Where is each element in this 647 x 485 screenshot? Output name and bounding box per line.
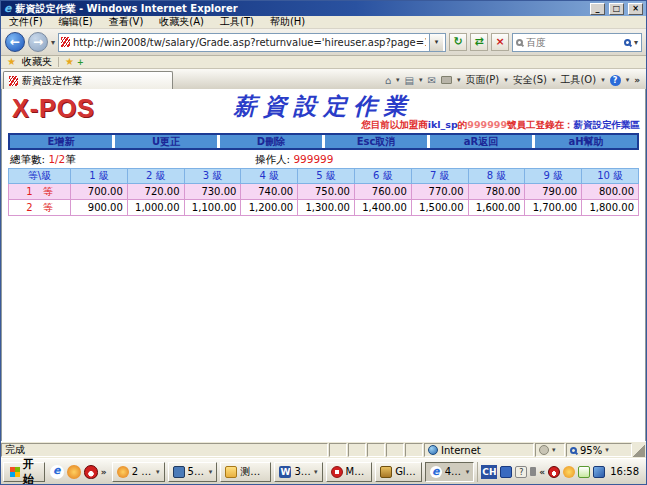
cell: 1,800.00 — [582, 200, 639, 216]
language-indicator[interactable]: CH — [481, 465, 497, 479]
command-overflow-icon[interactable]: » — [634, 75, 640, 85]
menu-view[interactable]: 查看(V) — [109, 15, 144, 29]
tab-label: 薪資設定作業 — [22, 74, 82, 88]
start-button[interactable]: 开始 — [3, 462, 45, 482]
home-icon[interactable]: ⌂ — [385, 75, 391, 86]
zoom-icon — [570, 447, 577, 454]
quicklaunch-ie-icon[interactable]: e — [50, 465, 64, 479]
help-icon[interactable]: ? — [610, 75, 621, 86]
search-dropdown-icon[interactable]: ▾ — [634, 38, 638, 47]
page-title: 薪資設定作業 — [2, 91, 645, 122]
taskbar-button-sina-uc[interactable]: 2 新浪UC ▾ — [112, 462, 165, 482]
search-input[interactable] — [526, 37, 621, 48]
quicklaunch-qq-icon[interactable] — [84, 465, 98, 479]
go-button[interactable]: ⇄ — [470, 33, 488, 51]
resize-grip[interactable] — [633, 443, 645, 457]
add-button[interactable]: E增新 — [10, 135, 112, 148]
menu-tools[interactable]: 工具(T) — [220, 15, 254, 29]
favorites-button[interactable]: 收藏夹 — [22, 55, 52, 69]
address-dropdown-button[interactable]: ▾ — [429, 34, 443, 51]
search-button-icon[interactable] — [624, 39, 631, 46]
ime-pin-icon[interactable] — [530, 467, 536, 476]
row-label[interactable]: 2 等 — [9, 200, 71, 216]
browser-window: e 薪資設定作業 - Windows Internet Explorer _ □… — [0, 0, 647, 485]
quicklaunch-uc-icon[interactable] — [67, 465, 81, 479]
taskbar-button-test-docs[interactable]: 测试文档 — [220, 462, 271, 482]
menu-help[interactable]: 帮助(H) — [270, 15, 305, 29]
cell: 790.00 — [525, 184, 582, 200]
add-favorite-plus-icon: + — [77, 58, 84, 67]
protected-mode-pane[interactable]: ▾ — [535, 443, 565, 457]
tray-antivirus-icon[interactable] — [578, 466, 590, 478]
safety-menu-dropdown-icon: ▾ — [552, 76, 556, 84]
taskbar-button-macromedia[interactable]: Macrom... — [326, 462, 373, 482]
internet-zone-icon — [428, 445, 438, 455]
stop-button[interactable]: × — [491, 33, 509, 51]
zoom-level: 95% — [580, 445, 602, 456]
minimize-button[interactable]: _ — [590, 3, 605, 15]
remote-icon — [173, 466, 185, 478]
row-label[interactable]: 1 等 — [9, 184, 71, 200]
home-dropdown-icon[interactable]: ▾ — [396, 76, 400, 84]
header-grade-level: 等\級 — [9, 169, 71, 184]
forward-button[interactable]: → — [28, 32, 48, 52]
windows-flag-icon — [10, 467, 20, 477]
zoom-pane[interactable]: 95% ▾ — [566, 443, 632, 457]
url-input[interactable] — [73, 37, 426, 48]
menu-favorites[interactable]: 收藏夹(A) — [159, 15, 204, 29]
start-label: 开始 — [23, 457, 38, 485]
tools-menu[interactable]: 工具(O) — [560, 73, 596, 87]
login-mid2: 號員工登錄在： — [507, 119, 574, 130]
feed-icon[interactable]: ▤ — [405, 75, 414, 86]
delete-button[interactable]: D刪除 — [220, 135, 322, 148]
cell: 1,500.00 — [411, 200, 468, 216]
add-favorite-star-icon[interactable]: ★ — [65, 57, 74, 67]
taskbar-button-remote[interactable]: 5 Rem... ▾ — [168, 462, 218, 482]
menu-edit[interactable]: 编辑(E) — [59, 15, 93, 29]
folder-icon — [225, 466, 237, 478]
taskbar-button-word[interactable]: W 3 Mic... ▾ — [274, 462, 322, 482]
return-button[interactable]: aR返回 — [430, 135, 532, 148]
tray-collapse-icon[interactable]: « — [539, 467, 545, 477]
table-row[interactable]: 2 等 900.00 1,000.00 1,100.00 1,200.00 1,… — [9, 200, 639, 216]
tab-bar: 薪資設定作業 ⌂ ▾ ▤ ▾ ✉ ▾ 页面(P) ▾ 安全(S) ▾ 工具(O)… — [1, 69, 646, 89]
global-icon — [380, 466, 392, 478]
back-button[interactable]: ← — [5, 32, 25, 52]
tray-uc-icon[interactable] — [563, 466, 575, 478]
header-level-6: 6 級 — [354, 169, 411, 184]
status-bar: 完成 Internet ▾ 95% ▾ — [1, 441, 646, 458]
group-dropdown-icon: ▾ — [156, 468, 160, 476]
menu-file[interactable]: 文件(F) — [9, 15, 43, 29]
mail-icon[interactable]: ✉ — [428, 75, 436, 86]
feed-dropdown-icon[interactable]: ▾ — [419, 76, 423, 84]
tray-network-icon[interactable] — [593, 466, 605, 478]
help-button[interactable]: aH幫助 — [535, 135, 637, 148]
taskbar-clock[interactable]: 16:58 — [608, 466, 641, 477]
page-menu[interactable]: 页面(P) — [465, 73, 499, 87]
table-header-row: 等\級 1 級 2 級 3 級 4 級 5 級 6 級 7 級 8 級 9 級 … — [9, 169, 639, 184]
ime-icon[interactable] — [500, 466, 512, 478]
status-pane — [329, 443, 347, 457]
franchise-id: ikl_sp — [428, 119, 458, 130]
close-button[interactable]: × — [628, 3, 643, 15]
ime-help-icon[interactable]: ? — [515, 466, 527, 478]
update-button[interactable]: U更正 — [115, 135, 217, 148]
favorites-separator — [58, 57, 59, 67]
salary-grade-table: 等\級 1 級 2 級 3 級 4 級 5 級 6 級 7 級 8 級 9 級 … — [8, 168, 639, 216]
quicklaunch-overflow-icon[interactable]: » — [101, 467, 107, 477]
taskbar-button-ie[interactable]: e 4 Int... ▾ — [425, 462, 475, 482]
header-level-8: 8 級 — [468, 169, 525, 184]
safety-menu[interactable]: 安全(S) — [513, 73, 547, 87]
tray-qq-icon[interactable] — [548, 466, 560, 478]
print-dropdown-icon[interactable]: ▾ — [457, 76, 461, 84]
cell: 1,300.00 — [298, 200, 355, 216]
table-row[interactable]: 1 等 700.00 720.00 730.00 740.00 750.00 7… — [9, 184, 639, 200]
maximize-button[interactable]: □ — [609, 3, 624, 15]
history-dropdown-icon[interactable]: ▾ — [51, 38, 55, 47]
refresh-button[interactable]: ↻ — [449, 33, 467, 51]
tab-salary-settings[interactable]: 薪資設定作業 — [3, 71, 173, 89]
print-icon[interactable] — [441, 76, 452, 84]
taskbar-button-global[interactable]: Global... — [375, 462, 422, 482]
taskbar: 开始 e » 2 新浪UC ▾ 5 Rem... ▾ 测试文档 W 3 Mic.… — [1, 458, 646, 484]
cancel-button[interactable]: Esc取消 — [325, 135, 427, 148]
